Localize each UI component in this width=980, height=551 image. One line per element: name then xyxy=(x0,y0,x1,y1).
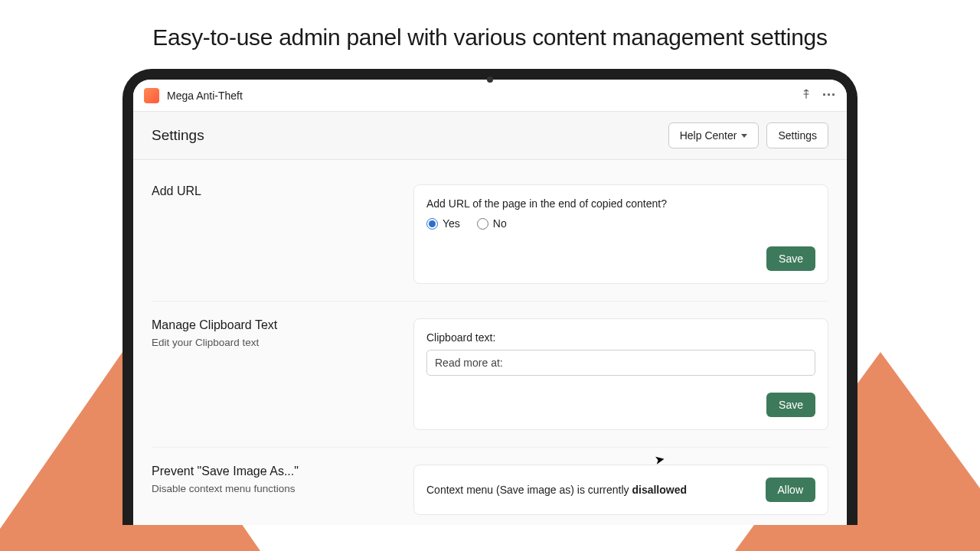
chevron-down-icon xyxy=(741,134,747,138)
radio-yes-input[interactable] xyxy=(426,218,438,230)
save-image-status-value: disallowed xyxy=(632,484,687,496)
radio-no-input[interactable] xyxy=(477,218,488,230)
add-url-title: Add URL xyxy=(152,184,397,198)
clipboard-desc: Edit your Clipboard text xyxy=(152,337,397,348)
clipboard-title: Manage Clipboard Text xyxy=(152,318,397,332)
save-image-allow-button[interactable]: Allow xyxy=(766,478,815,502)
save-image-desc: Disable context menu functions xyxy=(152,483,397,494)
page-title: Settings xyxy=(152,127,204,144)
clipboard-card: Clipboard text: Save xyxy=(413,318,828,430)
page-bar: Settings Help Center Settings xyxy=(133,112,847,160)
help-center-dropdown[interactable]: Help Center xyxy=(668,122,760,148)
radio-no-label: No xyxy=(493,217,507,230)
save-image-status-prefix: Context menu (Save image as) is currentl… xyxy=(426,484,632,496)
camera-dot xyxy=(487,77,493,83)
save-image-card: Context menu (Save image as) is currentl… xyxy=(413,465,828,515)
radio-no[interactable]: No xyxy=(477,217,507,230)
laptop-frame: Mega Anti-Theft ··· Settings Help Center… xyxy=(122,69,858,525)
app-icon xyxy=(144,88,159,103)
app-header: Mega Anti-Theft ··· xyxy=(133,80,847,112)
marketing-headline: Easy-to-use admin panel with various con… xyxy=(0,0,980,69)
screen: Mega Anti-Theft ··· Settings Help Center… xyxy=(133,80,847,525)
section-save-image: Prevent "Save Image As..." Disable conte… xyxy=(152,448,828,525)
more-icon[interactable]: ··· xyxy=(822,87,836,103)
section-add-url: Add URL Add URL of the page in the end o… xyxy=(152,168,828,302)
section-clipboard: Manage Clipboard Text Edit your Clipboar… xyxy=(152,302,828,448)
save-image-title: Prevent "Save Image As..." xyxy=(152,465,397,478)
clipboard-input[interactable] xyxy=(426,350,815,376)
add-url-card: Add URL of the page in the end of copied… xyxy=(413,184,828,284)
radio-yes[interactable]: Yes xyxy=(426,217,460,230)
settings-button[interactable]: Settings xyxy=(766,122,828,148)
help-center-label: Help Center xyxy=(680,129,737,142)
clipboard-save-button[interactable]: Save xyxy=(766,393,815,417)
save-image-status: Context menu (Save image as) is currentl… xyxy=(426,484,687,496)
add-url-question: Add URL of the page in the end of copied… xyxy=(426,197,815,210)
app-name: Mega Anti-Theft xyxy=(167,90,243,102)
clipboard-input-label: Clipboard text: xyxy=(426,331,815,344)
add-url-save-button[interactable]: Save xyxy=(766,246,815,271)
radio-yes-label: Yes xyxy=(443,217,460,230)
content: Add URL Add URL of the page in the end o… xyxy=(133,160,847,525)
pin-icon[interactable] xyxy=(801,89,812,102)
